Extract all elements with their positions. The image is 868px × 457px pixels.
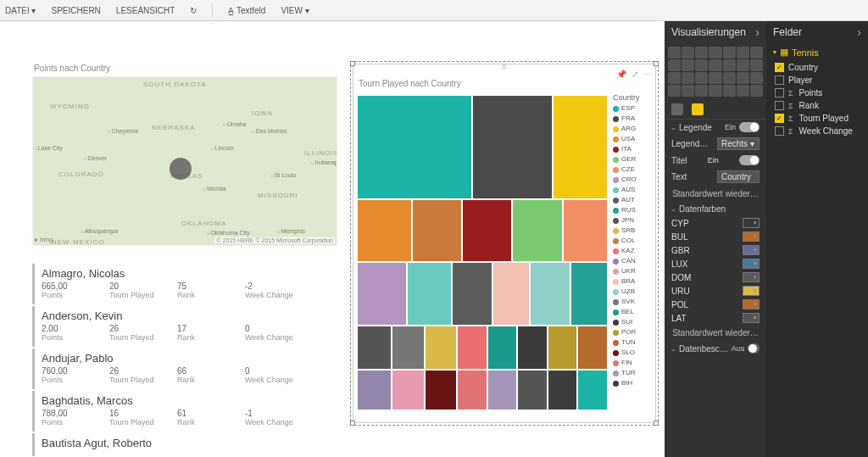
legend-item[interactable]: KAZ — [613, 246, 654, 256]
legend-text-dropdown[interactable]: Country — [717, 170, 760, 183]
field-checkbox[interactable] — [775, 101, 784, 110]
refresh-icon[interactable]: ↻ — [190, 6, 197, 15]
reading-view-button[interactable]: LESEANSICHT — [116, 6, 175, 15]
legend-item[interactable]: JPN — [613, 215, 654, 226]
chevron-right-icon[interactable] — [755, 21, 760, 44]
field-item[interactable]: Country — [766, 61, 868, 74]
legend-item[interactable]: BEL — [613, 307, 654, 317]
map-image[interactable]: WYOMING NEBRASKA IOWA COLORADO KANSAS OK… — [32, 76, 337, 246]
legend-item[interactable]: ITA — [613, 144, 654, 154]
viz-type-icon[interactable] — [668, 47, 681, 59]
reset-legend-link[interactable]: Standardwert wieder… — [665, 186, 766, 202]
treemap-cell[interactable] — [357, 326, 392, 370]
field-item[interactable]: Tourn Played — [766, 112, 868, 125]
legend-switch[interactable] — [739, 122, 760, 132]
treemap-cell[interactable] — [577, 370, 608, 410]
treemap-cell[interactable] — [357, 199, 412, 262]
map-bubble[interactable] — [170, 158, 192, 180]
format-tab-icon[interactable] — [692, 103, 704, 115]
color-swatch[interactable] — [743, 259, 760, 269]
legend-item[interactable]: SUI — [613, 317, 654, 327]
focus-icon[interactable]: ⤢ — [632, 70, 638, 79]
treemap-cell[interactable] — [570, 262, 608, 325]
viz-type-icon[interactable] — [737, 47, 749, 59]
legend-section[interactable]: Legende Ein — [665, 120, 766, 135]
color-swatch[interactable] — [743, 218, 760, 228]
viz-type-icon[interactable] — [682, 47, 694, 59]
pin-icon[interactable]: 📌 — [616, 70, 626, 79]
field-checkbox[interactable] — [775, 126, 784, 136]
treemap-cell[interactable] — [425, 370, 457, 410]
treemap-cell[interactable] — [577, 326, 608, 370]
treemap-cell[interactable] — [487, 326, 518, 370]
view-menu[interactable]: VIEW ▾ — [281, 6, 309, 15]
fields-panel-header[interactable]: Felder — [766, 21, 868, 43]
viz-type-icon[interactable] — [750, 72, 763, 84]
viz-type-icon[interactable] — [668, 59, 681, 71]
field-checkbox[interactable] — [775, 75, 784, 85]
legend-item[interactable]: ESP — [613, 103, 654, 114]
report-canvas[interactable]: Points nach Country WYOMING NEBRASKA IOW… — [0, 21, 665, 457]
data-colors-section[interactable]: Datenfarben — [665, 202, 766, 216]
viz-type-icon[interactable] — [723, 85, 736, 97]
table-header[interactable]: ▦Tennis — [766, 43, 868, 61]
viz-type-icon[interactable] — [737, 85, 749, 97]
treemap-cell[interactable] — [357, 262, 407, 325]
field-item[interactable]: Week Change — [766, 125, 868, 137]
title-switch[interactable] — [739, 155, 760, 165]
viz-type-icon[interactable] — [668, 72, 681, 84]
color-swatch[interactable] — [743, 272, 760, 282]
treemap-cell[interactable] — [512, 199, 562, 262]
viz-type-icon[interactable] — [682, 72, 694, 84]
field-item[interactable]: Points — [766, 86, 868, 99]
file-menu[interactable]: DATEI ▾ — [5, 6, 36, 15]
treemap-chart[interactable] — [353, 92, 611, 414]
player-row[interactable]: Andujar, Pablo760,00Points26Tourn Played… — [32, 348, 337, 389]
treemap-cell[interactable] — [548, 326, 578, 370]
legend-item[interactable]: FRA — [613, 114, 654, 124]
treemap-visual[interactable]: ≡ 📌 ⤢ ⋯ Tourn Played nach Country Countr… — [353, 64, 656, 423]
fields-tab-icon[interactable] — [671, 103, 683, 115]
viz-type-icon[interactable] — [737, 59, 749, 71]
player-row[interactable]: Baghdatis, Marcos788,00Points16Tourn Pla… — [32, 391, 337, 432]
legend-item[interactable]: USA — [613, 134, 654, 144]
player-row[interactable]: Anderson, Kevin2,00Points26Tourn Played1… — [32, 306, 337, 347]
save-button[interactable]: SPEICHERN — [52, 6, 101, 15]
viz-type-icon[interactable] — [709, 59, 721, 71]
viz-type-icon[interactable] — [682, 85, 694, 97]
color-swatch[interactable] — [743, 313, 760, 323]
legend-item[interactable]: CZE — [613, 164, 654, 175]
legend-item[interactable]: FIN — [613, 358, 654, 368]
treemap-cell[interactable] — [457, 326, 487, 370]
legend-item[interactable]: SLO — [613, 348, 654, 358]
legend-item[interactable]: SVK — [613, 297, 654, 307]
viz-type-icon[interactable] — [750, 85, 763, 97]
viz-type-icon[interactable] — [695, 59, 708, 71]
viz-type-icon[interactable] — [668, 85, 681, 97]
field-item[interactable]: Player — [766, 74, 868, 86]
color-swatch[interactable] — [743, 231, 760, 242]
more-icon[interactable]: ⋯ — [643, 70, 652, 79]
legend-item[interactable]: GER — [613, 154, 654, 164]
reset-colors-link[interactable]: Standardwert wieder… — [665, 325, 766, 341]
legend-item[interactable]: UKR — [613, 266, 654, 276]
treemap-cell[interactable] — [425, 326, 457, 370]
legend-item[interactable]: COL — [613, 236, 654, 246]
field-checkbox[interactable] — [775, 114, 784, 123]
viz-type-gallery[interactable] — [665, 43, 766, 100]
viz-type-icon[interactable] — [750, 59, 763, 71]
viz-type-icon[interactable] — [709, 47, 721, 59]
chevron-right-icon[interactable] — [857, 21, 861, 44]
legend-item[interactable]: ARG — [613, 124, 654, 134]
field-item[interactable]: Rank — [766, 99, 868, 112]
legend-item[interactable]: BIH — [613, 378, 654, 388]
treemap-cell[interactable] — [462, 199, 512, 262]
viz-type-icon[interactable] — [695, 85, 708, 97]
treemap-cell[interactable] — [548, 370, 578, 410]
viz-panel-header[interactable]: Visualisierungen — [665, 21, 766, 43]
legend-item[interactable]: AUS — [613, 185, 654, 195]
legend-item[interactable]: CRO — [613, 175, 654, 185]
legend-item[interactable]: POR — [613, 327, 654, 337]
treemap-cell[interactable] — [452, 262, 492, 325]
player-list-visual[interactable]: Almagro, Nicolas665,00Points20Tourn Play… — [32, 264, 337, 457]
